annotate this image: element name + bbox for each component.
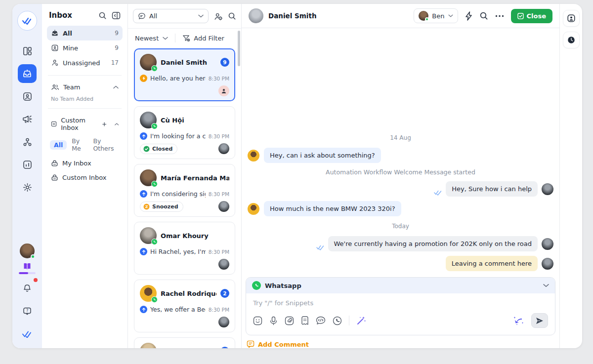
tab-all[interactable]: All bbox=[50, 140, 67, 150]
emoji-icon[interactable] bbox=[253, 316, 262, 325]
whatsapp-channel-icon bbox=[151, 239, 158, 245]
read-receipt-icon bbox=[434, 191, 442, 196]
sidebar-item-unassigned[interactable]: Unassigned 17 bbox=[47, 55, 123, 70]
sort-dropdown[interactable]: Newest bbox=[135, 35, 159, 42]
conversation-card-maria-fernanda[interactable]: María Fernanda Martínez I'm considering … bbox=[134, 164, 235, 217]
inbox-sidebar: Inbox All 9 Mine 9 Unassigned 17 Tea bbox=[42, 4, 128, 348]
add-comment-button[interactable]: Add Comment bbox=[242, 335, 559, 348]
date-divider: 14 Aug bbox=[248, 132, 553, 143]
sidebar-item-count: 9 bbox=[115, 44, 119, 51]
add-filter-button[interactable]: Add Filter bbox=[194, 35, 224, 42]
list-scrollbar[interactable] bbox=[238, 31, 240, 66]
sidebar-item-mine[interactable]: Mine 9 bbox=[47, 40, 123, 55]
message-preview: I'm looking for a cours... bbox=[150, 132, 206, 140]
activity-history-icon[interactable] bbox=[563, 32, 580, 48]
saved-reply-icon[interactable] bbox=[301, 316, 309, 325]
message-preview: Yes, we offer a Beginn... bbox=[150, 306, 206, 313]
chat-contact-name: Daniel Smith bbox=[268, 12, 317, 20]
whatsapp-icon bbox=[252, 281, 261, 290]
ai-assist-icon[interactable] bbox=[356, 316, 366, 325]
custom-inbox-icon bbox=[51, 120, 57, 128]
close-conversation-button[interactable]: Close bbox=[511, 9, 552, 23]
voice-note-icon[interactable] bbox=[269, 316, 278, 325]
sidebar-item-all[interactable]: All 9 bbox=[47, 26, 123, 40]
assignee-avatar bbox=[218, 201, 229, 212]
send-button[interactable] bbox=[531, 313, 548, 328]
agent-avatar bbox=[542, 258, 553, 270]
contact-name: Omar Khoury bbox=[161, 232, 229, 240]
comment-message: Leaving a comment here bbox=[248, 256, 553, 271]
sidebar-item-my-inbox[interactable]: My Inbox bbox=[47, 156, 123, 170]
assignee-avatar bbox=[218, 317, 229, 327]
conversation-card-omar-khoury[interactable]: Omar Khoury Hi Rachel, yes, I'm her... 8… bbox=[134, 222, 235, 275]
agent-avatar bbox=[542, 238, 553, 250]
comment-icon bbox=[247, 340, 254, 348]
chevron-up-icon bbox=[113, 85, 119, 89]
reports-icon[interactable] bbox=[18, 155, 37, 174]
message-input[interactable]: Try "/" for Snippets bbox=[253, 299, 548, 312]
knowledge-base-icon[interactable] bbox=[19, 262, 36, 274]
assign-user-icon[interactable] bbox=[213, 12, 223, 21]
system-message: Automation Workflow Welcome Message star… bbox=[248, 167, 553, 177]
sidebar-item-label: Custom Inbox bbox=[62, 174, 107, 181]
settings-icon[interactable] bbox=[18, 178, 37, 197]
sidebar-item-custom-inbox[interactable]: Custom Inbox bbox=[47, 170, 123, 185]
tab-by-me[interactable]: By Me bbox=[72, 137, 88, 152]
message-preview: Hi Rachel, yes, I'm her... bbox=[150, 248, 206, 255]
conversation-cards: Daniel Smith 9 Hello, are you here? 8:30… bbox=[128, 47, 241, 348]
channel-selector[interactable]: Whatsapp bbox=[246, 278, 555, 293]
filter-value: All bbox=[149, 12, 157, 20]
snooze-icon bbox=[143, 203, 150, 210]
campaigns-icon[interactable] bbox=[18, 110, 37, 128]
search-conversations-icon[interactable] bbox=[228, 12, 236, 20]
divider bbox=[175, 34, 175, 42]
chevron-down-icon[interactable] bbox=[543, 283, 549, 287]
collapse-panel-icon[interactable] bbox=[112, 11, 121, 20]
whatsapp-call-icon[interactable] bbox=[333, 316, 342, 325]
reply-status-icon bbox=[140, 306, 147, 313]
more-options-icon[interactable] bbox=[495, 15, 504, 17]
magic-reply-icon[interactable] bbox=[512, 316, 524, 325]
sidebar-search-icon[interactable] bbox=[98, 11, 107, 20]
chat-filter-icon bbox=[138, 12, 146, 20]
read-status-icon[interactable] bbox=[18, 324, 37, 343]
assignee-avatar bbox=[218, 259, 229, 270]
contacts-icon[interactable] bbox=[18, 87, 37, 106]
conversation-card-cu-hoi[interactable]: Cù Hội I'm looking for a cours... 8:30 P… bbox=[134, 106, 235, 159]
conversation-card-daniel-smith[interactable]: Daniel Smith 9 Hello, are you here? 8:30… bbox=[134, 48, 235, 101]
team-icon bbox=[51, 83, 59, 91]
chevron-down-icon[interactable] bbox=[163, 37, 168, 40]
unread-badge: 2 bbox=[220, 289, 229, 298]
conversation-filter-select[interactable]: All bbox=[133, 9, 209, 23]
unread-badge: 9 bbox=[220, 58, 229, 67]
message-time: 8:30 PM bbox=[209, 133, 229, 139]
custom-inbox-header[interactable]: Custom Inbox bbox=[47, 114, 123, 134]
user-avatar[interactable] bbox=[18, 242, 37, 260]
message-time: 8:30 PM bbox=[209, 76, 229, 81]
reply-status-icon bbox=[140, 190, 147, 198]
quick-actions-icon[interactable] bbox=[465, 11, 472, 21]
help-icon[interactable]: ? bbox=[18, 302, 37, 321]
message-time: 8:30 PM bbox=[209, 307, 229, 313]
inbox-icon[interactable] bbox=[18, 64, 37, 83]
plus-icon[interactable] bbox=[102, 121, 106, 127]
incoming-message: Hey, can i ask about something? bbox=[248, 148, 553, 163]
conversation-card-rachel-rodriquez[interactable]: Rachel Rodriquez 2 Yes, we offer a Begin… bbox=[134, 280, 235, 332]
assignee-dropdown[interactable]: Ben bbox=[414, 8, 458, 23]
conversation-card-kate-mackenzie[interactable]: Kate Mackenzie 2 Great. How can I enroll… bbox=[134, 337, 235, 348]
org-chart-icon[interactable] bbox=[18, 132, 37, 151]
lock-icon bbox=[51, 174, 58, 181]
agent-avatar bbox=[542, 183, 553, 195]
tab-by-others[interactable]: By Others bbox=[93, 137, 120, 152]
whatsapp-channel-icon bbox=[151, 296, 158, 303]
attachment-icon[interactable] bbox=[285, 316, 294, 325]
notifications-icon[interactable] bbox=[18, 279, 37, 298]
message-time: 8:30 PM bbox=[209, 191, 229, 197]
message-time: 8:30 PM bbox=[209, 249, 229, 255]
dashboard-icon[interactable] bbox=[18, 41, 37, 60]
search-in-chat-icon[interactable] bbox=[479, 11, 488, 20]
contact-details-icon[interactable] bbox=[563, 10, 580, 27]
team-section-header[interactable]: Team bbox=[47, 81, 123, 94]
snippet-icon[interactable] bbox=[316, 316, 326, 325]
person-unassigned-icon bbox=[51, 59, 59, 67]
